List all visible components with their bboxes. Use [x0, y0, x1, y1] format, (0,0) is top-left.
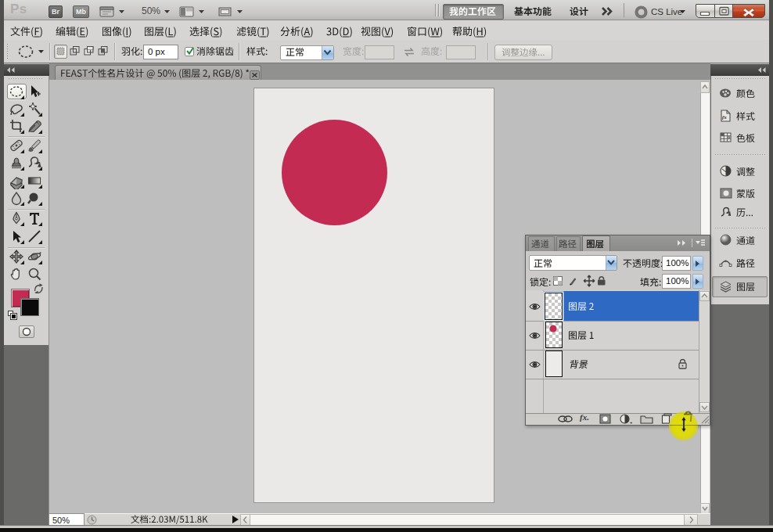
svg-text:fx: fx	[722, 114, 727, 120]
